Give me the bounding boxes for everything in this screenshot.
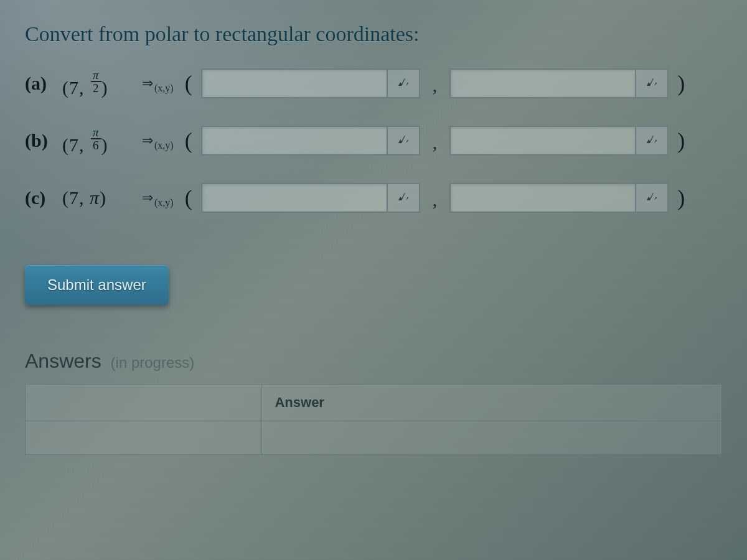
equation-editor-button[interactable] [636,183,669,213]
arrow-icon: ⇒(x,y) [142,190,174,208]
equation-editor-icon [646,192,658,204]
close-paren: ) [677,70,685,96]
submit-button[interactable]: Submit answer [25,265,169,305]
table-row [26,421,722,455]
arrow-icon: ⇒(x,y) [142,75,174,93]
open-paren: ( [185,70,192,96]
arrow-icon: ⇒(x,y) [142,133,174,151]
equation-editor-button[interactable] [388,126,420,156]
answers-status: (in progress) [111,354,195,371]
row-label: (a) [25,73,54,94]
equation-editor-icon [397,192,410,204]
polar-coordinate: (7, π) [62,187,131,208]
row-label: (c) [25,187,54,208]
row-label: (b) [25,130,54,151]
open-paren: ( [185,185,192,211]
table-header-answer: Answer [262,385,722,421]
table-header-blank [26,385,262,421]
problem-content: Convert from polar to rectangular coordi… [0,0,747,455]
y-input[interactable] [449,126,636,156]
equation-editor-icon [397,134,410,147]
y-input-group [449,68,669,98]
comma: , [433,189,438,213]
y-input[interactable] [449,68,636,98]
problem-row-c: (c) (7, π) ⇒(x,y) ( , ) [25,183,722,213]
close-paren: ) [677,185,685,211]
equation-editor-button[interactable] [388,183,420,213]
polar-coordinate: (7, π2) [62,69,131,98]
x-input[interactable] [201,183,388,213]
equation-editor-icon [646,77,658,90]
table-cell-value [262,421,722,455]
answers-heading: Answers (in progress) [25,350,722,373]
table-header-row: Answer [26,385,722,421]
y-input-group [449,183,669,213]
y-input[interactable] [449,183,636,213]
comma: , [433,75,438,98]
x-input-group [201,126,420,156]
answers-table: Answer [25,384,722,455]
equation-editor-icon [646,134,658,147]
comma: , [433,132,438,156]
equation-editor-button[interactable] [636,68,669,98]
x-input-group [201,183,420,213]
equation-editor-icon [397,77,410,90]
x-input-group [201,68,420,98]
problem-row-b: (b) (7, π6) ⇒(x,y) ( , ) [25,126,722,156]
close-paren: ) [677,128,685,154]
answers-section: Answers (in progress) Answer [25,350,722,455]
polar-coordinate: (7, π6) [62,126,131,156]
x-input[interactable] [201,68,388,98]
equation-editor-button[interactable] [388,68,420,98]
x-input[interactable] [201,126,388,156]
equation-editor-button[interactable] [636,126,669,156]
table-cell-label [26,421,262,455]
open-paren: ( [185,128,192,154]
answers-heading-text: Answers [25,350,101,372]
problem-heading: Convert from polar to rectangular coordi… [25,22,722,46]
y-input-group [449,126,669,156]
problem-row-a: (a) (7, π2) ⇒(x,y) ( , ) [25,68,722,98]
